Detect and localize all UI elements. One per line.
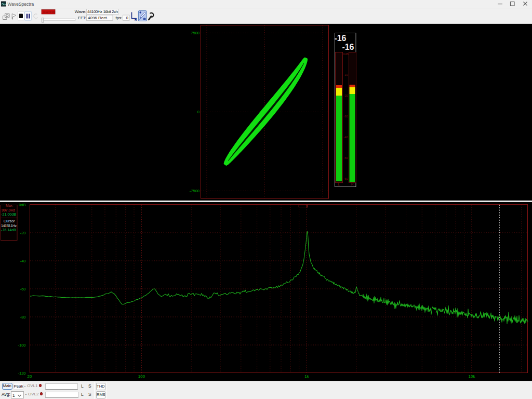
- svg-text:R: R: [135, 18, 137, 21]
- svg-text:-Max-: -Max-: [5, 204, 14, 207]
- svg-text:0dB: 0dB: [19, 203, 25, 207]
- svg-text:-16: -16: [334, 34, 346, 43]
- svg-text:20: 20: [28, 374, 32, 379]
- svg-text:-120: -120: [18, 371, 25, 376]
- svg-text:100: 100: [138, 374, 145, 379]
- svg-text:FFT:: FFT:: [78, 16, 86, 20]
- svg-text:-50: -50: [343, 156, 348, 159]
- svg-text:-20: -20: [20, 231, 26, 235]
- svg-text:-60: -60: [343, 177, 348, 180]
- svg-text:4096 Rect.: 4096 Rect.: [88, 16, 108, 20]
- svg-text:-80: -80: [20, 315, 26, 320]
- svg-text:-20: -20: [343, 94, 348, 97]
- svg-text:R: R: [351, 182, 354, 186]
- svg-text:0: 0: [126, 16, 129, 20]
- svg-text:-60: -60: [20, 287, 26, 291]
- svg-text:-30: -30: [343, 115, 348, 118]
- svg-text:0: 0: [197, 110, 200, 114]
- svg-text:-10: -10: [343, 73, 348, 76]
- svg-text:1k: 1k: [304, 374, 309, 379]
- svg-text:Wave:: Wave:: [75, 9, 86, 14]
- svg-text:997.0Hz: 997.0Hz: [2, 208, 16, 212]
- svg-text:fps:: fps:: [116, 16, 123, 20]
- svg-text:10k: 10k: [469, 374, 476, 379]
- svg-text:-21.00dB: -21.00dB: [1, 212, 16, 216]
- svg-text:-100: -100: [18, 343, 25, 348]
- svg-text:7500: 7500: [191, 31, 200, 35]
- svg-text:-40: -40: [20, 259, 26, 263]
- svg-text:L: L: [338, 182, 340, 186]
- svg-text:0dB: 0dB: [343, 52, 348, 56]
- svg-text:Rec 0:00: Rec 0:00: [43, 10, 55, 14]
- svg-text:Cursor: Cursor: [4, 219, 15, 223]
- svg-text:-16: -16: [342, 43, 354, 51]
- svg-text:-40: -40: [343, 136, 348, 139]
- svg-text:-7500: -7500: [190, 189, 200, 193]
- svg-text:44100Hz 16bit 2ch: 44100Hz 16bit 2ch: [87, 9, 118, 14]
- svg-text:-76.14dB: -76.14dB: [1, 228, 16, 232]
- svg-text:14678.1Hz: 14678.1Hz: [1, 224, 17, 228]
